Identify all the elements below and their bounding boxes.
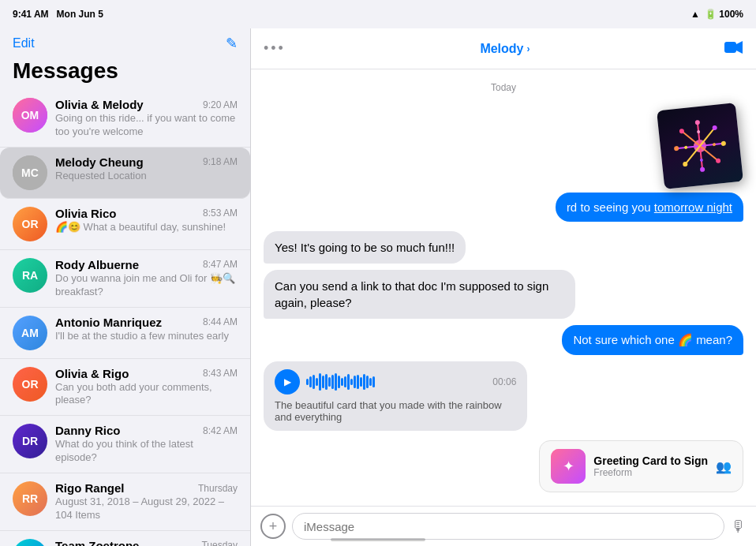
audio-message: ▶ [264,361,527,431]
share-card[interactable]: ✦ Greeting Card to Sign Freeform 👥 [539,440,743,492]
list-item-active[interactable]: MC Melody Cheung 9:18 AM Requested Locat… [0,148,250,199]
svg-point-16 [13,539,47,546]
battery-icon: 🔋 100% [705,9,743,20]
avatar: DR [13,424,47,458]
svg-point-40 [684,146,687,149]
share-card-icon: ✦ [551,449,586,484]
message-bubble-sent: rd to seeing you tomorrow night [556,193,743,222]
svg-text:✦: ✦ [563,458,574,474]
audio-caption: The beautiful card that you made with th… [275,399,516,423]
edit-button[interactable]: Edit [13,36,35,50]
svg-point-29 [695,120,701,125]
svg-point-32 [721,141,727,147]
svg-text:AM: AM [21,327,39,339]
svg-rect-18 [724,42,736,53]
wifi-icon: ▲ [691,9,700,20]
photo-card [657,103,743,189]
audio-duration: 00:06 [492,376,516,387]
list-item[interactable]: TZ 6 Team Zoetrope Tuesday Link: "Soapbo… [0,531,250,546]
msg-row: ▶ [264,361,743,431]
conv-content: Rody Albuerne 8:47 AM Do you wanna join … [55,258,238,299]
home-indicator [331,538,425,541]
avatar: OR [13,367,47,402]
avatar: AM [13,316,47,350]
conv-content: Rigo Rangel Thursday August 31, 2018 – A… [55,481,238,522]
svg-point-39 [713,143,716,146]
svg-marker-19 [736,41,743,54]
msg-row: Not sure which one 🌈 mean? [264,325,743,355]
sidebar: Edit ✎ Messages OM Olivia & Melody 9:20 … [0,28,251,546]
date-label: Today [264,82,743,93]
conv-content: Antonio Manriquez 8:44 AM I'll be at the… [55,316,238,343]
status-time: 9:41 AM Mon Jun 5 [13,9,103,20]
list-item[interactable]: OR Olivia Rico 8:53 AM 🌈😊 What a beautif… [0,199,250,250]
message-bubble-received: Yes! It's going to be so much fun!!! [264,231,466,264]
chevron-right-icon: › [527,43,530,54]
sidebar-title: Messages [0,55,250,90]
status-bar: 9:41 AM Mon Jun 5 ▲ 🔋 100% [0,0,756,28]
msg-row: Can you send a link to that doc I'm supp… [264,270,743,319]
svg-text:MC: MC [21,166,39,179]
chat-area: ••• Melody › Today [251,28,756,546]
svg-text:RR: RR [22,492,38,505]
list-item[interactable]: OM Olivia & Melody 9:20 AM Going on this… [0,90,250,148]
list-item[interactable]: RA Rody Albuerne 8:47 AM Do you wanna jo… [0,250,250,308]
svg-point-30 [700,167,705,173]
conv-content: Olivia & Melody 9:20 AM Going on this ri… [55,98,238,139]
svg-text:DR: DR [22,435,38,447]
compose-icon[interactable]: ✎ [226,35,238,52]
main-layout: Edit ✎ Messages OM Olivia & Melody 9:20 … [0,28,756,546]
microphone-icon[interactable]: 🎙 [731,518,747,536]
sidebar-header: Edit ✎ [0,28,250,55]
msg-row: ✦ Greeting Card to Sign Freeform 👥 [264,440,743,492]
list-item[interactable]: DR Danny Rico 8:42 AM What do you think … [0,416,250,473]
status-indicators: ▲ 🔋 100% [691,9,743,20]
avatar: MC [13,155,47,190]
avatar: TZ 6 [13,539,47,546]
contact-name[interactable]: Melody › [480,42,530,56]
video-call-icon[interactable] [724,39,743,59]
list-item[interactable]: OR Olivia & Rigo 8:43 AM Can you both ad… [0,359,250,417]
add-attachment-button[interactable]: + [260,514,286,539]
svg-text:OR: OR [22,378,39,391]
msg-row: Yes! It's going to be so much fun!!! [264,231,743,264]
share-card-action-icon: 👥 [716,459,732,474]
conv-content: Danny Rico 8:42 AM What do you think of … [55,424,238,465]
conv-content: Team Zoetrope Tuesday Link: "Soapbox Der… [55,539,238,546]
chat-header: ••• Melody › [251,28,756,69]
svg-text:OR: OR [22,218,39,230]
play-button[interactable]: ▶ [275,369,300,395]
avatar: RA [13,258,47,293]
conv-content: Olivia & Rigo 8:43 AM Can you both add y… [55,367,238,408]
message-bubble-sent: Not sure which one 🌈 mean? [562,325,743,355]
message-bubble-received: Can you send a link to that doc I'm supp… [264,270,575,319]
list-item[interactable]: RR Rigo Rangel Thursday August 31, 2018 … [0,473,250,531]
avatar: OR [13,207,47,241]
avatar: RR [13,481,47,516]
svg-text:RA: RA [22,269,38,282]
message-input[interactable] [292,513,724,540]
share-card-info: Greeting Card to Sign Freeform [593,454,708,478]
svg-point-38 [700,159,703,162]
share-card-title: Greeting Card to Sign [593,454,708,467]
list-item[interactable]: AM Antonio Manriquez 8:44 AM I'll be at … [0,308,250,359]
conversation-list: OM Olivia & Melody 9:20 AM Going on this… [0,90,250,546]
avatar: OM [13,98,47,133]
conv-content: Olivia Rico 8:53 AM 🌈😊 What a beautiful … [55,207,238,234]
conv-content: Melody Cheung 9:18 AM Requested Location [55,155,238,183]
waveform [306,372,486,391]
chat-messages: Today [251,69,756,506]
header-dots: ••• [264,40,286,57]
svg-point-31 [674,146,679,151]
msg-row: rd to seeing you tomorrow night [264,103,743,222]
share-card-subtitle: Freeform [593,467,708,478]
chat-input-bar: + 🎙 [251,506,756,546]
svg-text:OM: OM [21,109,39,122]
svg-point-37 [697,130,700,133]
